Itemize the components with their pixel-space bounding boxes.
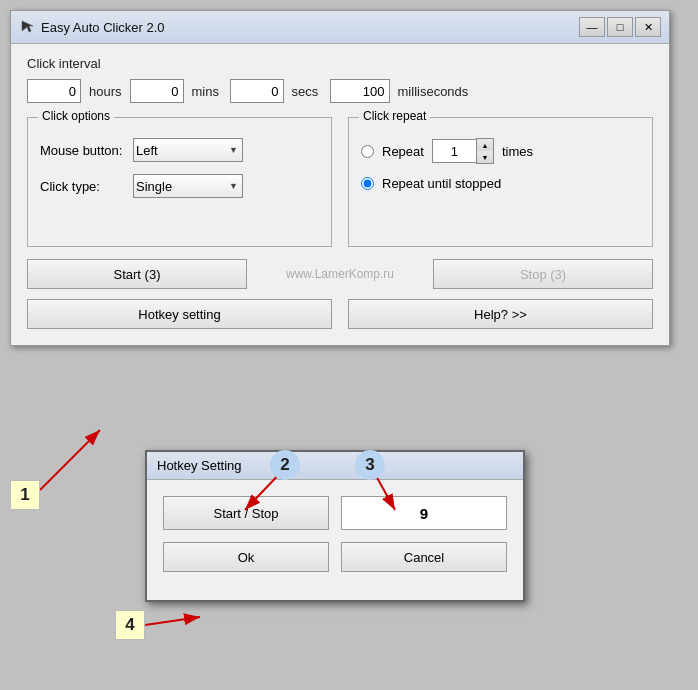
repeat-until-row: Repeat until stopped	[361, 176, 640, 191]
right-panel: Click repeat Repeat ▲ ▼ times	[348, 117, 653, 247]
annotation-3: 3	[355, 450, 385, 480]
mins-label: mins	[192, 84, 222, 99]
svg-marker-0	[22, 21, 33, 32]
click-interval-section: Click interval hours mins secs milliseco…	[27, 56, 653, 103]
ms-input[interactable]	[330, 79, 390, 103]
hotkey-dialog: Hotkey Setting Start / Stop 9 Ok Cancel	[145, 450, 525, 602]
hotkey-setting-button[interactable]: Hotkey setting	[27, 299, 332, 329]
spinner-buttons: ▲ ▼	[476, 138, 494, 164]
hotkey-help-row: Hotkey setting Help? >>	[27, 299, 653, 329]
ok-button[interactable]: Ok	[163, 542, 329, 572]
start-stop-hotkey-button[interactable]: Start / Stop	[163, 496, 329, 530]
click-interval-label: Click interval	[27, 56, 653, 71]
hotkey-row: Start / Stop 9	[163, 496, 507, 530]
mouse-button-wrapper[interactable]: Left Right Middle	[133, 138, 243, 162]
click-type-select[interactable]: Single Double	[133, 174, 243, 198]
hours-label: hours	[89, 84, 122, 99]
repeat-spinner: ▲ ▼	[432, 138, 494, 164]
click-repeat-section: Click repeat Repeat ▲ ▼ times	[348, 117, 653, 247]
title-bar-buttons: — □ ✕	[579, 17, 661, 37]
mouse-button-select[interactable]: Left Right Middle	[133, 138, 243, 162]
repeat-value-input[interactable]	[432, 139, 476, 163]
hotkey-key-display: 9	[341, 496, 507, 530]
app-icon	[19, 19, 35, 35]
window-body: Click interval hours mins secs milliseco…	[11, 44, 669, 345]
maximize-button[interactable]: □	[607, 17, 633, 37]
mouse-button-row: Mouse button: Left Right Middle	[40, 138, 319, 162]
secs-input[interactable]	[230, 79, 284, 103]
start-button[interactable]: Start (3)	[27, 259, 247, 289]
minimize-button[interactable]: —	[579, 17, 605, 37]
watermark: www.LamerKomp.ru	[247, 267, 433, 281]
mins-input[interactable]	[130, 79, 184, 103]
annotation-2: 2	[270, 450, 300, 480]
click-repeat-label: Click repeat	[359, 109, 430, 123]
click-type-wrapper[interactable]: Single Double	[133, 174, 243, 198]
svg-line-5	[145, 617, 200, 625]
window-title: Easy Auto Clicker 2.0	[41, 20, 165, 35]
repeat-until-radio[interactable]	[361, 177, 374, 190]
annotation-4: 4	[115, 610, 145, 640]
ok-cancel-row: Ok Cancel	[163, 542, 507, 572]
stop-button[interactable]: Stop (3)	[433, 259, 653, 289]
dialog-body: Start / Stop 9 Ok Cancel	[147, 480, 523, 600]
click-options-section: Click options Mouse button: Left Right M…	[27, 117, 332, 247]
repeat-label-text: Repeat	[382, 144, 424, 159]
hours-input[interactable]	[27, 79, 81, 103]
main-panels: Click options Mouse button: Left Right M…	[27, 117, 653, 247]
click-type-key: Click type:	[40, 179, 125, 194]
repeat-until-label: Repeat until stopped	[382, 176, 501, 191]
title-bar: Easy Auto Clicker 2.0 — □ ✕	[11, 11, 669, 44]
help-button[interactable]: Help? >>	[348, 299, 653, 329]
title-bar-left: Easy Auto Clicker 2.0	[19, 19, 165, 35]
repeat-radio[interactable]	[361, 145, 374, 158]
start-stop-row: Start (3) www.LamerKomp.ru Stop (3)	[27, 259, 653, 289]
click-options-label: Click options	[38, 109, 114, 123]
times-label: times	[502, 144, 533, 159]
close-button[interactable]: ✕	[635, 17, 661, 37]
svg-line-2	[40, 430, 100, 490]
ms-label: milliseconds	[398, 84, 469, 99]
cancel-button[interactable]: Cancel	[341, 542, 507, 572]
dialog-title: Hotkey Setting	[147, 452, 523, 480]
mouse-button-key: Mouse button:	[40, 143, 125, 158]
secs-label: secs	[292, 84, 322, 99]
repeat-row: Repeat ▲ ▼ times	[361, 138, 640, 164]
annotation-1: 1	[10, 480, 40, 510]
spinner-down-button[interactable]: ▼	[477, 151, 493, 163]
left-panel: Click options Mouse button: Left Right M…	[27, 117, 332, 247]
interval-row: hours mins secs milliseconds	[27, 79, 653, 103]
click-type-row: Click type: Single Double	[40, 174, 319, 198]
main-window: Easy Auto Clicker 2.0 — □ ✕ Click interv…	[10, 10, 670, 346]
spinner-up-button[interactable]: ▲	[477, 139, 493, 151]
